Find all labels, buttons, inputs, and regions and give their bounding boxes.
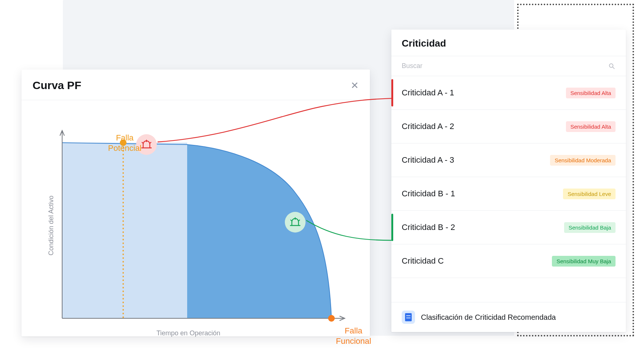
criticality-row[interactable]: Criticidad B - 2Sensibilidad Baja (391, 211, 626, 244)
sensitivity-badge: Sensibilidad Baja (564, 222, 616, 233)
criticality-row-label: Criticidad A - 1 (402, 88, 454, 98)
criticality-row[interactable]: Criticidad CSensibilidad Muy Baja (391, 244, 626, 278)
sensitivity-badge: Sensibilidad Leve (563, 189, 616, 199)
search-input[interactable] (402, 62, 594, 70)
criticality-search-row (391, 56, 626, 76)
svg-line-8 (613, 67, 614, 68)
criticality-title: Criticidad (402, 38, 616, 49)
criticality-footer-label: Clasificación de Criticidad Recomendada (421, 313, 556, 322)
sensitivity-badge: Sensibilidad Alta (566, 88, 616, 98)
criticality-row-label: Criticidad A - 2 (402, 122, 454, 131)
svg-point-5 (285, 212, 306, 233)
criticality-row-label: Criticidad B - 1 (402, 189, 455, 199)
svg-point-7 (609, 64, 613, 67)
criticality-row[interactable]: Criticidad A - 3Sensibilidad Moderada (391, 143, 626, 177)
pf-title: Curva PF (33, 79, 81, 92)
y-axis-label: Condición del Activo (47, 196, 55, 255)
x-axis-label: Tiempo en Operación (156, 329, 220, 337)
criticality-row-label: Criticidad C (402, 256, 444, 266)
sensitivity-badge: Sensibilidad Muy Baja (552, 256, 616, 267)
search-icon (608, 62, 616, 70)
sensitivity-badge: Sensibilidad Alta (566, 121, 616, 132)
criticality-list: Criticidad A - 1Sensibilidad AltaCritici… (391, 76, 626, 302)
pf-curve-card: Curva PF ✕ (21, 70, 370, 336)
close-icon[interactable]: ✕ (351, 81, 359, 90)
document-icon (402, 311, 415, 324)
criticality-footer[interactable]: Clasificación de Criticidad Recomendada (391, 302, 626, 332)
criticality-card: Criticidad Criticidad A - 1Sensibilidad … (391, 30, 626, 332)
potential-failure-label: FallaPotencial (108, 133, 142, 153)
criticality-row-label: Criticidad A - 3 (402, 155, 454, 165)
criticality-row[interactable]: Criticidad A - 2Sensibilidad Alta (391, 110, 626, 143)
functional-failure-label: FallaFuncional (336, 326, 371, 346)
sensitivity-badge: Sensibilidad Moderada (550, 155, 616, 166)
criticality-row-label: Criticidad B - 2 (402, 223, 455, 232)
criticality-row[interactable]: Criticidad B - 1Sensibilidad Leve (391, 177, 626, 211)
criticality-row[interactable]: Criticidad A - 1Sensibilidad Alta (391, 76, 626, 110)
svg-point-6 (328, 315, 335, 322)
pf-curve-chart (44, 111, 354, 348)
